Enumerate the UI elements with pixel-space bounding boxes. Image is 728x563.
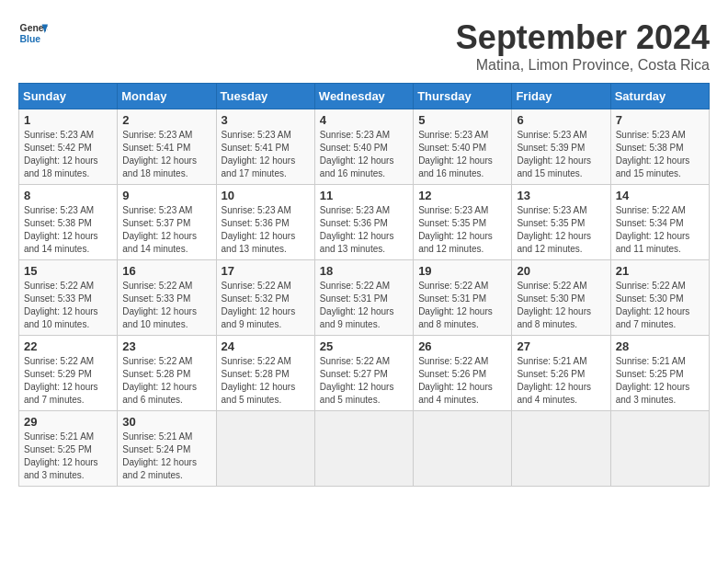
svg-text:Blue: Blue [20, 34, 41, 44]
day-info: Sunrise: 5:22 AM Sunset: 5:27 PM Dayligh… [320, 355, 408, 407]
day-info: Sunrise: 5:21 AM Sunset: 5:26 PM Dayligh… [517, 355, 605, 407]
day-info: Sunrise: 5:22 AM Sunset: 5:33 PM Dayligh… [122, 280, 210, 331]
calendar-day-cell: 16Sunrise: 5:22 AM Sunset: 5:33 PM Dayli… [118, 260, 216, 336]
day-info: Sunrise: 5:23 AM Sunset: 5:41 PM Dayligh… [122, 129, 210, 180]
day-info: Sunrise: 5:23 AM Sunset: 5:36 PM Dayligh… [222, 204, 310, 256]
day-info: Sunrise: 5:23 AM Sunset: 5:40 PM Dayligh… [320, 129, 408, 180]
day-number: 22 [24, 339, 112, 353]
calendar-week-row: 1Sunrise: 5:23 AM Sunset: 5:42 PM Daylig… [19, 109, 710, 185]
calendar-day-cell: 5Sunrise: 5:23 AM Sunset: 5:40 PM Daylig… [414, 109, 512, 185]
day-info: Sunrise: 5:22 AM Sunset: 5:33 PM Dayligh… [24, 280, 112, 331]
calendar-day-cell: 30Sunrise: 5:21 AM Sunset: 5:24 PM Dayli… [118, 411, 216, 487]
day-info: Sunrise: 5:22 AM Sunset: 5:29 PM Dayligh… [24, 355, 112, 407]
weekday-header-cell: Friday [512, 84, 610, 109]
day-info: Sunrise: 5:23 AM Sunset: 5:37 PM Dayligh… [122, 204, 210, 256]
day-info: Sunrise: 5:23 AM Sunset: 5:38 PM Dayligh… [616, 129, 704, 180]
day-info: Sunrise: 5:23 AM Sunset: 5:35 PM Dayligh… [418, 204, 506, 256]
day-number: 24 [222, 339, 310, 353]
day-number: 1 [24, 113, 112, 127]
calendar-day-cell: 24Sunrise: 5:22 AM Sunset: 5:28 PM Dayli… [216, 336, 314, 411]
calendar-week-row: 22Sunrise: 5:22 AM Sunset: 5:29 PM Dayli… [19, 336, 710, 411]
day-number: 6 [517, 113, 605, 127]
calendar-day-cell: 6Sunrise: 5:23 AM Sunset: 5:39 PM Daylig… [512, 109, 610, 185]
logo-icon: General Blue [18, 18, 48, 48]
day-info: Sunrise: 5:23 AM Sunset: 5:41 PM Dayligh… [222, 129, 310, 180]
day-info: Sunrise: 5:23 AM Sunset: 5:42 PM Dayligh… [24, 129, 112, 180]
day-number: 30 [122, 415, 210, 429]
calendar-day-cell [314, 411, 413, 487]
calendar-week-row: 29Sunrise: 5:21 AM Sunset: 5:25 PM Dayli… [19, 411, 710, 487]
day-number: 19 [418, 264, 506, 278]
day-info: Sunrise: 5:22 AM Sunset: 5:31 PM Dayligh… [320, 280, 408, 331]
day-number: 10 [222, 189, 310, 202]
calendar-day-cell: 2Sunrise: 5:23 AM Sunset: 5:41 PM Daylig… [118, 109, 216, 185]
day-info: Sunrise: 5:23 AM Sunset: 5:40 PM Dayligh… [418, 129, 506, 180]
month-title: September 2024 [456, 18, 710, 57]
calendar-day-cell: 18Sunrise: 5:22 AM Sunset: 5:31 PM Dayli… [314, 260, 413, 336]
day-info: Sunrise: 5:21 AM Sunset: 5:25 PM Dayligh… [24, 431, 112, 482]
day-number: 17 [222, 264, 310, 278]
calendar-week-row: 15Sunrise: 5:22 AM Sunset: 5:33 PM Dayli… [19, 260, 710, 336]
calendar-day-cell: 21Sunrise: 5:22 AM Sunset: 5:30 PM Dayli… [610, 260, 709, 336]
calendar-day-cell [414, 411, 512, 487]
calendar-day-cell: 12Sunrise: 5:23 AM Sunset: 5:35 PM Dayli… [414, 185, 512, 260]
weekday-header-cell: Monday [118, 84, 216, 109]
day-info: Sunrise: 5:22 AM Sunset: 5:28 PM Dayligh… [122, 355, 210, 407]
day-number: 12 [418, 189, 506, 202]
day-info: Sunrise: 5:21 AM Sunset: 5:24 PM Dayligh… [122, 431, 210, 482]
logo: General Blue [18, 18, 48, 48]
page-header: General Blue September 2024 Matina, Limo… [18, 18, 710, 74]
calendar-day-cell: 9Sunrise: 5:23 AM Sunset: 5:37 PM Daylig… [118, 185, 216, 260]
day-number: 4 [320, 113, 408, 127]
day-info: Sunrise: 5:22 AM Sunset: 5:26 PM Dayligh… [418, 355, 506, 407]
day-number: 23 [122, 339, 210, 353]
day-number: 27 [517, 339, 605, 353]
calendar-day-cell: 13Sunrise: 5:23 AM Sunset: 5:35 PM Dayli… [512, 185, 610, 260]
day-info: Sunrise: 5:21 AM Sunset: 5:25 PM Dayligh… [616, 355, 704, 407]
day-info: Sunrise: 5:23 AM Sunset: 5:36 PM Dayligh… [320, 204, 408, 256]
calendar-day-cell: 17Sunrise: 5:22 AM Sunset: 5:32 PM Dayli… [216, 260, 314, 336]
day-number: 20 [517, 264, 605, 278]
calendar-day-cell: 11Sunrise: 5:23 AM Sunset: 5:36 PM Dayli… [314, 185, 413, 260]
day-number: 3 [222, 113, 310, 127]
weekday-header-cell: Saturday [610, 84, 709, 109]
location-title: Matina, Limon Province, Costa Rica [456, 57, 710, 74]
calendar-day-cell: 4Sunrise: 5:23 AM Sunset: 5:40 PM Daylig… [314, 109, 413, 185]
day-number: 21 [616, 264, 704, 278]
calendar-table: SundayMondayTuesdayWednesdayThursdayFrid… [18, 83, 710, 487]
calendar-day-cell: 20Sunrise: 5:22 AM Sunset: 5:30 PM Dayli… [512, 260, 610, 336]
calendar-day-cell: 3Sunrise: 5:23 AM Sunset: 5:41 PM Daylig… [216, 109, 314, 185]
day-info: Sunrise: 5:23 AM Sunset: 5:39 PM Dayligh… [517, 129, 605, 180]
day-number: 11 [320, 189, 408, 202]
day-info: Sunrise: 5:23 AM Sunset: 5:38 PM Dayligh… [24, 204, 112, 256]
day-number: 7 [616, 113, 704, 127]
calendar-day-cell: 28Sunrise: 5:21 AM Sunset: 5:25 PM Dayli… [610, 336, 709, 411]
calendar-day-cell: 23Sunrise: 5:22 AM Sunset: 5:28 PM Dayli… [118, 336, 216, 411]
day-number: 28 [616, 339, 704, 353]
calendar-day-cell: 26Sunrise: 5:22 AM Sunset: 5:26 PM Dayli… [414, 336, 512, 411]
calendar-day-cell: 27Sunrise: 5:21 AM Sunset: 5:26 PM Dayli… [512, 336, 610, 411]
day-number: 8 [24, 189, 112, 202]
weekday-header-cell: Thursday [414, 84, 512, 109]
day-number: 14 [616, 189, 704, 202]
day-info: Sunrise: 5:22 AM Sunset: 5:28 PM Dayligh… [222, 355, 310, 407]
calendar-day-cell: 25Sunrise: 5:22 AM Sunset: 5:27 PM Dayli… [314, 336, 413, 411]
day-info: Sunrise: 5:23 AM Sunset: 5:35 PM Dayligh… [517, 204, 605, 256]
weekday-header-cell: Tuesday [216, 84, 314, 109]
day-number: 26 [418, 339, 506, 353]
calendar-day-cell: 10Sunrise: 5:23 AM Sunset: 5:36 PM Dayli… [216, 185, 314, 260]
day-number: 29 [24, 415, 112, 429]
calendar-day-cell: 29Sunrise: 5:21 AM Sunset: 5:25 PM Dayli… [19, 411, 118, 487]
day-info: Sunrise: 5:22 AM Sunset: 5:30 PM Dayligh… [616, 280, 704, 331]
title-block: September 2024 Matina, Limon Province, C… [456, 18, 710, 74]
calendar-day-cell [512, 411, 610, 487]
day-number: 16 [122, 264, 210, 278]
day-info: Sunrise: 5:22 AM Sunset: 5:31 PM Dayligh… [418, 280, 506, 331]
day-number: 13 [517, 189, 605, 202]
day-number: 25 [320, 339, 408, 353]
day-info: Sunrise: 5:22 AM Sunset: 5:32 PM Dayligh… [222, 280, 310, 331]
weekday-header-cell: Sunday [19, 84, 118, 109]
calendar-day-cell: 14Sunrise: 5:22 AM Sunset: 5:34 PM Dayli… [610, 185, 709, 260]
day-number: 2 [122, 113, 210, 127]
calendar-body: 1Sunrise: 5:23 AM Sunset: 5:42 PM Daylig… [19, 109, 710, 487]
